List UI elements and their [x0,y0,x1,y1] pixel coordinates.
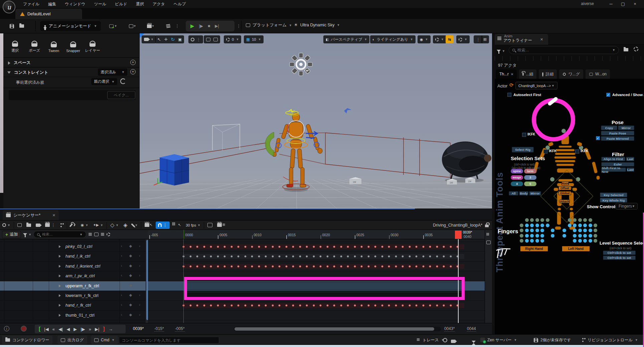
parent-select-dropdown[interactable]: 親の選択▼ [91,78,117,85]
right-finger-dot[interactable] [525,218,529,222]
expander-icon[interactable] [59,294,61,297]
keyed-section-band[interactable] [183,239,464,240]
keyframe-dot[interactable] [381,265,383,268]
key-nav-buttons[interactable]: ‹ ◆ › [121,254,143,258]
zen-server-dropdown[interactable]: ✓ Zen サーバー▼ [477,336,520,344]
keyframe-dot[interactable] [189,255,192,258]
menu-item-6[interactable]: アクタ [148,1,169,7]
left-finger-dot[interactable] [589,218,592,222]
left-finger-dot[interactable] [578,239,582,243]
left-finger-dot[interactable] [583,218,587,222]
rig-green-dot[interactable] [550,177,554,182]
keyframe-dot[interactable] [347,246,349,248]
snap-interval-icon[interactable]: ↖ [170,221,183,230]
range-end2-field[interactable]: 0044 [467,326,476,332]
keyframe-dot[interactable] [429,265,431,268]
range-end-field[interactable]: 0043* [444,326,455,332]
timeline-area[interactable] [148,239,485,323]
keyframe-dot[interactable] [436,265,438,268]
keyframe-dot[interactable] [374,246,376,248]
right-finger-dot[interactable] [520,229,523,232]
right-finger-dot[interactable] [530,234,534,238]
keyframe-dot[interactable] [299,265,301,268]
timeline-row[interactable] [148,320,485,323]
track-row[interactable]: thumb_02_r_ctrl‹ ◆ › [0,320,148,323]
viewport-options-dropdown[interactable]: ▼ [142,35,156,43]
keyframe-dot[interactable] [395,265,397,268]
sky-dropdown[interactable]: ☀ Ultra Dynamic Sky▼ [294,22,340,27]
keyframe-dot[interactable] [367,255,370,258]
loop-end-bracket[interactable]: ] [103,326,105,332]
ikfk-left-arm-checkbox[interactable] [522,133,526,137]
keyframe-dot[interactable] [306,265,308,268]
info-icon[interactable]: i [4,326,9,331]
left-finger-dot[interactable] [594,229,597,232]
detail-tab-2[interactable]: 詳細 [539,69,557,79]
align-to-first-button[interactable]: Align to First [601,157,625,161]
rig-body-part[interactable] [555,160,576,162]
move-tool-icon[interactable]: ✛ [164,37,168,42]
render-movie-icon[interactable]: ⋮ [43,221,58,230]
left-finger-dot[interactable] [589,234,592,238]
view-options-dropdown[interactable]: ◉▼ [78,221,91,230]
outliner-tab-close-icon[interactable]: ✕ [540,37,543,42]
keyframe-dot[interactable] [196,246,198,248]
keyframe-dot[interactable] [244,246,247,248]
left-finger-dot[interactable] [573,229,577,232]
keyframe-dot[interactable] [237,246,239,248]
keyframe-dot[interactable] [354,265,356,268]
select-tool-icon[interactable]: ↖ [157,37,161,42]
keyframe-dot[interactable] [285,304,288,307]
paste-mirrored-button[interactable]: Paste Mirrored [601,136,634,141]
keyframe-dot[interactable] [395,304,397,307]
menu-item-1[interactable]: 編集 [44,1,60,7]
global-button[interactable]: Global [558,191,571,195]
track-row[interactable]: upperarm_r_fk_ctrl‹ ◆ › [0,281,148,291]
cinematics-icon[interactable]: ▼ [146,22,155,30]
keyframe-dot[interactable] [299,246,301,248]
save-sequence-icon[interactable] [15,221,24,230]
to-front-icon[interactable]: |◀ [44,327,48,332]
keyframe-dot[interactable] [292,246,294,248]
key-nav-buttons[interactable]: ‹ ◆ › [121,293,143,297]
anim-tool-4[interactable]: レイヤー [84,41,102,53]
timeline-row[interactable] [148,262,485,271]
create-camera-icon[interactable] [33,221,43,230]
step-back-icon[interactable]: ◀| [58,327,63,332]
key-nav-buttons[interactable]: ‹ ◆ › [121,313,143,317]
keyframe-dot[interactable] [333,265,335,268]
keyframe-dot[interactable] [230,246,233,248]
quad-view-icon[interactable]: ⊞ [481,35,489,43]
left-finger-dot[interactable] [578,224,582,227]
keyframe-dot[interactable] [285,265,288,268]
constraint-filter-dropdown[interactable]: 選択済み▼ [98,68,127,76]
viewport-settings-gear[interactable]: ▼ [456,35,470,43]
play-options-dots[interactable]: ⋮ [236,23,241,28]
timeline-ruler[interactable]: -005000000050010001500200025003000350039… [148,230,485,239]
timeline-row[interactable] [148,291,485,301]
menu-item-3[interactable]: ツール [90,1,111,7]
track-row[interactable]: hand_r_fk_ctrl‹ ◆ › [0,301,148,310]
right-finger-dot[interactable] [546,224,549,227]
revision-control-dropdown[interactable]: リビジョンコントロール▼ [579,336,641,344]
timeline-row[interactable] [148,271,485,281]
anim-tool-3[interactable]: Snapper [64,41,82,53]
hourglass-icon[interactable] [472,341,476,343]
timeline-row[interactable] [148,242,485,252]
keyframe-dot[interactable] [217,255,219,258]
content-drawer-button[interactable]: コンテンツドロワー [2,336,52,344]
rotation-snap-button[interactable]: 0▼ [224,35,241,43]
right-finger-dot[interactable] [535,229,539,232]
paste-pose-button[interactable]: Paste Pose [601,131,634,135]
keyframe-dot[interactable] [326,255,329,258]
keyframe-dot[interactable] [401,265,404,268]
filters-icon[interactable] [488,233,489,236]
keyframe-dot[interactable] [244,255,247,258]
keyframe-dot[interactable] [278,246,281,248]
range-start-field[interactable]: -015* [154,326,164,332]
collapsed-panel-strip[interactable] [0,33,3,193]
selected-section[interactable] [185,282,464,290]
ikfk-left-leg-checkbox[interactable] [543,149,547,153]
right-finger-dot[interactable] [520,224,523,227]
left-finger-dot[interactable] [573,239,577,243]
